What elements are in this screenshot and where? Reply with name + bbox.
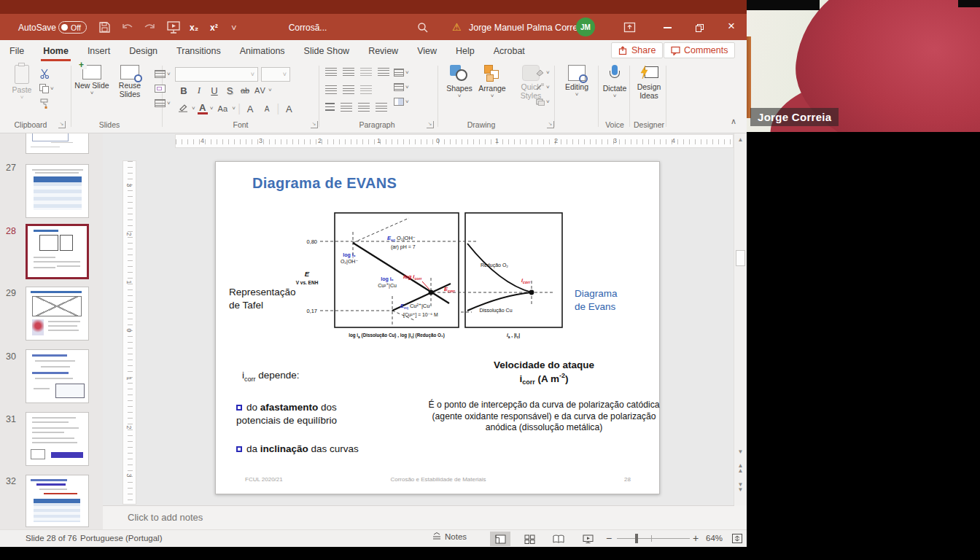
new-slide-button[interactable]: + New Slide ˅ xyxy=(74,65,109,96)
editing-button[interactable]: Editing ˅ xyxy=(560,65,594,97)
slide-layout-button[interactable]: ˅ xyxy=(155,70,171,78)
font-name-select[interactable]: ˅ xyxy=(175,67,258,82)
increase-indent-icon[interactable] xyxy=(343,85,354,95)
text-shadow-button[interactable]: S xyxy=(222,85,237,96)
slide-thumbnail-29[interactable] xyxy=(26,287,89,341)
autosave-toggle[interactable]: Off xyxy=(58,21,87,34)
tab-review[interactable]: Review xyxy=(359,40,408,61)
multilevel-list-icon[interactable] xyxy=(360,68,372,77)
align-text-button[interactable]: ˅ xyxy=(394,83,409,91)
notes-pane[interactable]: Click to add notes xyxy=(103,505,734,529)
scrollbar-thumb[interactable] xyxy=(736,250,745,266)
search-icon[interactable] xyxy=(417,22,429,34)
tab-slide-show[interactable]: Slide Show xyxy=(295,40,359,61)
reuse-slides-button[interactable]: Reuse Slides xyxy=(111,65,149,98)
qat-more-commands-icon[interactable]: ˅ xyxy=(231,23,237,34)
ribbon-display-options-icon[interactable] xyxy=(623,22,636,33)
tafel-caption[interactable]: Representaçãode Tafel xyxy=(229,286,296,312)
intercept-paragraph[interactable]: É o ponto de intercepção da curva de pol… xyxy=(422,400,666,434)
slide-thumbnail-31[interactable] xyxy=(26,412,89,466)
notes-placeholder[interactable]: Click to add notes xyxy=(128,512,203,523)
font-color-button[interactable]: A xyxy=(198,103,208,114)
align-right-icon[interactable] xyxy=(358,103,370,112)
normal-view-button[interactable] xyxy=(490,532,510,546)
bullet-inclinacao[interactable]: da inclinação das curvas xyxy=(236,443,404,456)
bullets-icon[interactable] xyxy=(325,68,337,77)
zoom-out-button[interactable]: − xyxy=(606,532,612,544)
undo-icon[interactable] xyxy=(121,22,134,33)
design-ideas-button[interactable]: Design Ideas xyxy=(633,65,665,100)
convert-smartart-button[interactable]: ˅ xyxy=(394,98,409,106)
tab-file[interactable]: File xyxy=(0,40,34,61)
save-icon[interactable] xyxy=(98,21,111,34)
tab-help[interactable]: Help xyxy=(446,40,484,61)
subscript-icon[interactable]: x₂ xyxy=(190,22,198,34)
tab-acrobat[interactable]: Acrobat xyxy=(484,40,534,61)
previous-slide-button[interactable]: ▲▲ xyxy=(734,463,747,473)
close-button[interactable]: × xyxy=(720,17,742,36)
slideshow-view-button[interactable] xyxy=(578,532,598,546)
zoom-slider-thumb[interactable] xyxy=(635,534,638,543)
strikethrough-button[interactable]: ab xyxy=(238,86,252,95)
canvas-scrollbar[interactable]: ▲ ▼ ▲▲ ▼▼ xyxy=(734,133,747,505)
justify-icon[interactable] xyxy=(376,103,387,112)
dictate-button[interactable]: Dictate ˅ xyxy=(601,65,629,98)
notes-toggle-button[interactable]: Notes xyxy=(432,532,467,541)
reset-slide-button[interactable] xyxy=(155,85,171,93)
section-button[interactable]: ˅ xyxy=(155,99,171,107)
shape-fill-button[interactable]: ˅ xyxy=(535,69,550,77)
change-case-button[interactable]: Aa xyxy=(215,104,230,113)
scroll-down-icon[interactable]: ▼ xyxy=(734,448,747,455)
underline-button[interactable]: U xyxy=(207,85,222,96)
zoom-percentage[interactable]: 64% xyxy=(706,534,723,542)
velocity-heading[interactable]: Velocidade do ataque icorr (A m-2) xyxy=(424,359,664,387)
paragraph-dialog-launcher[interactable]: ↘ xyxy=(427,121,434,128)
clipboard-dialog-launcher[interactable]: ↘ xyxy=(58,121,66,128)
character-spacing-button[interactable]: AV xyxy=(253,86,268,95)
tab-home[interactable]: Home xyxy=(34,40,78,61)
zoom-in-button[interactable]: + xyxy=(693,532,699,544)
tab-insert[interactable]: Insert xyxy=(78,40,120,61)
slide-thumbnail-28[interactable] xyxy=(26,224,89,279)
italic-button[interactable]: I xyxy=(192,85,206,96)
language-indicator[interactable]: Portuguese (Portugal) xyxy=(80,534,163,542)
copy-button[interactable]: ˅ xyxy=(39,84,54,93)
collapse-ribbon-icon[interactable]: ∧ xyxy=(731,117,736,126)
line-spacing-icon[interactable] xyxy=(378,68,389,77)
align-center-icon[interactable] xyxy=(341,103,352,112)
share-button[interactable]: Share xyxy=(611,42,663,58)
slide-thumbnail-30[interactable] xyxy=(26,349,89,403)
slide-title[interactable]: Diagrama de EVANS xyxy=(252,175,397,192)
redo-icon[interactable] xyxy=(143,22,156,33)
text-direction-button[interactable]: ˅ xyxy=(394,69,409,77)
start-presentation-icon[interactable] xyxy=(166,20,181,34)
slide-thumbnail-26[interactable] xyxy=(26,133,89,154)
zoom-slider-track[interactable] xyxy=(617,538,690,539)
icorr-depends-heading[interactable]: icorr depende: xyxy=(242,369,300,384)
tab-view[interactable]: View xyxy=(408,40,446,61)
superscript-icon[interactable]: x² xyxy=(210,22,218,34)
shapes-button[interactable]: Shapes ˅ xyxy=(443,65,475,98)
restore-button[interactable] xyxy=(688,18,710,37)
grow-font-button[interactable]: A xyxy=(243,104,257,114)
tab-transitions[interactable]: Transitions xyxy=(167,40,230,61)
next-slide-button[interactable]: ▼▼ xyxy=(734,482,747,492)
drawing-dialog-launcher[interactable]: ↘ xyxy=(547,121,554,128)
align-left-icon[interactable] xyxy=(325,103,335,112)
columns-icon[interactable] xyxy=(360,85,372,95)
slide-counter[interactable]: Slide 28 of 76 xyxy=(26,534,77,542)
bold-button[interactable]: B xyxy=(176,85,191,96)
clear-formatting-button[interactable]: A xyxy=(281,104,296,114)
arrange-button[interactable]: Arrange ˅ xyxy=(475,65,509,98)
fit-slide-to-window-icon[interactable] xyxy=(731,533,743,544)
paste-button[interactable]: Paste ˅ xyxy=(7,65,36,100)
slide-sorter-view-button[interactable] xyxy=(519,532,540,546)
highlight-color-button[interactable] xyxy=(176,102,190,115)
warning-icon[interactable]: ⚠ xyxy=(452,21,462,33)
tab-animations[interactable]: Animations xyxy=(230,40,295,61)
user-avatar[interactable]: JM xyxy=(576,18,595,36)
tab-design[interactable]: Design xyxy=(120,40,167,61)
bullet-afastamento[interactable]: do afastamento dos potenciais de equilíb… xyxy=(236,401,371,427)
signed-in-user-name[interactable]: Jorge Manuel Palma Correia xyxy=(469,22,585,34)
slide-thumbnail-27[interactable] xyxy=(26,164,89,218)
